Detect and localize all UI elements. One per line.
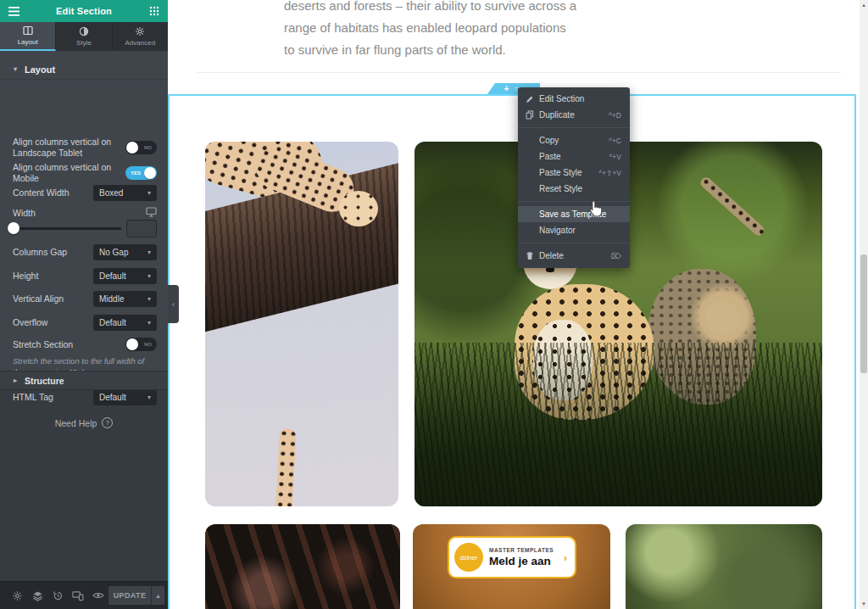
- image-leopard-branch[interactable]: [205, 142, 398, 506]
- menu-item-copy[interactable]: Copy ^+C: [518, 132, 630, 148]
- menu-item-label: Copy: [539, 136, 559, 145]
- image-banner-card[interactable]: dziner MASTER TEMPLATES Meld je aan ›: [413, 524, 610, 609]
- menu-divider: [518, 201, 630, 202]
- update-button-group: UPDATE: [108, 586, 164, 605]
- overflow-select[interactable]: Default: [93, 315, 157, 331]
- accordion-title: Structure: [25, 376, 64, 386]
- desktop-device-icon[interactable]: [146, 205, 157, 221]
- menu-item-reset-style[interactable]: Reset Style: [518, 181, 630, 197]
- panel-header: Edit Section: [0, 0, 168, 22]
- control-label: Height: [13, 271, 38, 282]
- tab-style[interactable]: Style: [56, 22, 112, 51]
- tab-label: Layout: [18, 38, 38, 46]
- menu-item-paste[interactable]: Paste ^+V: [518, 148, 630, 165]
- signup-banner[interactable]: dziner MASTER TEMPLATES Meld je aan ›: [448, 536, 576, 578]
- toggle-state: YES: [131, 170, 141, 176]
- panel-tabs: Layout Style Advanced: [0, 22, 168, 51]
- toggle-knob: [144, 167, 156, 179]
- panel-title: Edit Section: [56, 6, 112, 16]
- control-label: Overflow: [13, 317, 47, 328]
- page-scrollbar[interactable]: [860, 0, 868, 609]
- image-green-foliage[interactable]: [626, 524, 822, 609]
- preview-eye-icon[interactable]: [88, 585, 108, 606]
- structure-accordion-header[interactable]: Structure: [0, 371, 168, 390]
- page-paragraph[interactable]: deserts and forests – their ability to s…: [284, 0, 576, 61]
- need-help-label: Need Help: [55, 418, 97, 428]
- menu-item-save-as-template[interactable]: Save as Template: [518, 206, 630, 222]
- layout-controls: Layout Align columns vertical on Landsca…: [0, 51, 168, 371]
- select-value: Default: [99, 318, 126, 327]
- control-stretch-section: Stretch Section NO: [13, 338, 157, 351]
- gear-icon: [135, 26, 145, 36]
- responsive-mode-icon[interactable]: [68, 585, 88, 606]
- menu-item-navigator[interactable]: Navigator: [518, 222, 630, 238]
- tab-advanced[interactable]: Advanced: [113, 22, 168, 51]
- toggle-knob: [126, 338, 138, 350]
- update-button[interactable]: UPDATE: [108, 586, 151, 605]
- page-divider-line: [197, 72, 841, 73]
- chevron-down-icon: [147, 394, 151, 401]
- question-circle-icon: [102, 417, 113, 428]
- elementor-panel: Edit Section Layout Style Advanced Layou…: [0, 0, 168, 609]
- navigator-layers-icon[interactable]: [27, 585, 47, 606]
- control-label: Stretch Section: [13, 339, 73, 350]
- menu-shortcut: ^+V: [609, 153, 621, 161]
- menu-item-duplicate[interactable]: Duplicate ^+D: [518, 107, 630, 123]
- history-icon[interactable]: [47, 585, 68, 606]
- width-value-input[interactable]: [126, 220, 157, 237]
- layout-columns-icon: [23, 25, 33, 36]
- panel-collapse-handle[interactable]: [168, 285, 179, 323]
- control-label: Align columns vertical on Mobile: [13, 162, 119, 184]
- control-height: Height Default: [13, 268, 157, 284]
- content-width-select[interactable]: Boxed: [93, 185, 157, 201]
- menu-item-label: Navigator: [539, 226, 576, 235]
- menu-item-edit-section[interactable]: Edit Section: [518, 91, 630, 107]
- cub-tail-shape: [698, 176, 766, 238]
- width-slider-knob[interactable]: [8, 222, 19, 234]
- control-label: Vertical Align: [13, 293, 64, 304]
- scrollbar-down-arrow-icon[interactable]: [860, 599, 868, 609]
- control-label: HTML Tag: [13, 392, 53, 403]
- update-options-arrow[interactable]: [151, 586, 164, 605]
- align-landscape-toggle[interactable]: NO: [125, 141, 157, 154]
- control-content-width: Content Width Boxed: [13, 185, 157, 201]
- stretch-section-toggle[interactable]: NO: [125, 338, 157, 351]
- width-slider-track[interactable]: [13, 227, 121, 230]
- toggle-state: NO: [144, 342, 152, 347]
- widgets-grid-icon[interactable]: [148, 5, 160, 17]
- settings-gear-icon[interactable]: [7, 585, 27, 606]
- need-help-link[interactable]: Need Help: [0, 417, 168, 428]
- toggle-knob: [126, 142, 138, 154]
- image-dark-antelope[interactable]: [205, 524, 400, 609]
- editor-canvas: deserts and forests – their ability to s…: [168, 0, 860, 609]
- menu-item-label: Delete: [539, 251, 564, 260]
- tab-layout[interactable]: Layout: [0, 22, 56, 51]
- vertical-align-select[interactable]: Middle: [93, 291, 157, 307]
- pencil-icon: [526, 95, 539, 103]
- layout-accordion-header[interactable]: Layout: [0, 59, 168, 80]
- menu-item-paste-style[interactable]: Paste Style ^+⇧+V: [518, 165, 630, 181]
- accordion-title: Layout: [25, 64, 55, 75]
- add-section-icon[interactable]: [504, 85, 509, 93]
- scrollbar-up-arrow-icon[interactable]: [860, 0, 868, 10]
- duplicate-icon: [526, 110, 539, 120]
- control-vertical-align: Vertical Align Middle: [13, 291, 157, 307]
- chevron-down-icon: [147, 249, 151, 256]
- mouse-hand-cursor: [588, 200, 604, 221]
- columns-gap-select[interactable]: No Gap: [93, 244, 157, 260]
- style-halfmoon-icon: [79, 26, 89, 36]
- height-select[interactable]: Default: [93, 268, 157, 284]
- align-mobile-toggle[interactable]: YES: [125, 166, 157, 180]
- scrollbar-thumb[interactable]: [860, 254, 867, 373]
- menu-item-label: Paste Style: [539, 168, 582, 177]
- leopard-tail-shape: [271, 428, 297, 506]
- chevron-down-icon: [147, 319, 151, 327]
- control-label: Columns Gap: [13, 247, 67, 258]
- html-tag-select[interactable]: Default: [93, 389, 157, 405]
- hamburger-menu-icon[interactable]: [8, 5, 19, 17]
- caret-right-icon: [14, 377, 17, 384]
- menu-item-delete[interactable]: Delete ⌦: [518, 248, 630, 264]
- menu-divider: [518, 127, 630, 128]
- select-value: Middle: [99, 294, 124, 304]
- control-label: Content Width: [13, 187, 70, 198]
